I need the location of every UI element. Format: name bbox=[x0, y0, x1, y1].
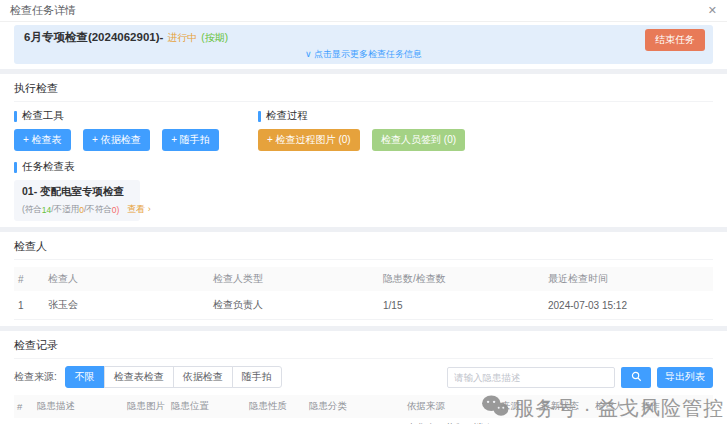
table-row: 1 张玉会 检查负责人 1/15 2024-07-03 15:12 bbox=[14, 291, 713, 320]
chevron-down-icon: ∨ bbox=[305, 49, 312, 59]
inspectors-header-row: # 检查人 检查人类型 隐患数/检查数 最近检查时间 bbox=[14, 267, 713, 291]
col-header-basis: 依据来源 bbox=[404, 395, 498, 418]
cell-index: 1 bbox=[14, 418, 34, 424]
stats-fail-count: 0) bbox=[112, 205, 120, 215]
cell-inspector: 张玉会 bbox=[592, 418, 638, 424]
col-header-photo: 隐患图片 bbox=[124, 395, 168, 418]
col-header-category: 隐患分类 bbox=[306, 395, 404, 418]
close-icon[interactable]: ✕ bbox=[708, 4, 717, 17]
records-section-title: 检查记录 bbox=[14, 335, 713, 359]
search-input[interactable] bbox=[447, 367, 615, 388]
task-schedule-badge: (按期) bbox=[201, 31, 228, 45]
page-title: 检查任务详情 bbox=[10, 3, 76, 18]
checklist-view-link[interactable]: 查看 › bbox=[127, 203, 151, 216]
col-header-source: 来源 bbox=[498, 395, 538, 418]
process-subheader: 检查过程 bbox=[258, 109, 473, 123]
col-header-status: 最新状态 bbox=[538, 395, 592, 418]
cell-actions: 查看 bbox=[638, 418, 713, 424]
accent-bar bbox=[14, 111, 17, 122]
inspectors-section: 检查人 # 检查人 检查人类型 隐患数/检查数 最近检查时间 1 张玉会 检查负… bbox=[0, 232, 727, 326]
add-checklist-button[interactable]: + 检查表 bbox=[14, 129, 71, 151]
filter-unlimited[interactable]: 不限 bbox=[65, 366, 105, 388]
source-filter-group: 不限 检查表检查 依据检查 随手拍 bbox=[65, 366, 282, 388]
col-header-actions: 操作 bbox=[638, 395, 713, 418]
cell-nature: 一般隐患 bbox=[246, 418, 306, 424]
filter-checklist-inspection[interactable]: 检查表检查 bbox=[104, 366, 174, 388]
inspectors-table: # 检查人 检查人类型 隐患数/检查数 最近检查时间 1 张玉会 检查负责人 1… bbox=[14, 267, 713, 320]
cell-category: 现场管理>消防安全 bbox=[306, 418, 404, 424]
process-subheader-label: 检查过程 bbox=[266, 109, 308, 123]
show-more-label: 点击显示更多检查任务信息 bbox=[314, 49, 422, 59]
stats-pass-count: 14 bbox=[42, 205, 51, 215]
export-list-button[interactable]: 导出列表 bbox=[657, 367, 713, 388]
col-header-index: # bbox=[14, 395, 34, 418]
task-banner-title-row: 6月专项检查(2024062901)- 进行中 (按期) bbox=[24, 30, 703, 45]
filter-quick-snap[interactable]: 随手拍 bbox=[232, 366, 282, 388]
cell-last-time: 2024-07-03 15:12 bbox=[544, 291, 713, 320]
banner-wrapper: 6月专项检查(2024062901)- 进行中 (按期) 结束任务 ∨ 点击显示… bbox=[0, 22, 727, 69]
accent-bar bbox=[14, 162, 17, 173]
tools-subheader: 检查工具 bbox=[14, 109, 258, 123]
stats-pass-label: (符合 bbox=[22, 204, 42, 216]
tools-buttons: + 检查表 + 依据检查 + 随手拍 bbox=[14, 129, 258, 151]
cell-location: 生产车间 bbox=[168, 418, 246, 424]
search-icon bbox=[631, 370, 642, 385]
checklist-card-title: 01- 变配电室专项检查 bbox=[22, 185, 132, 199]
inspector-signin-button[interactable]: 检查人员签到 (0) bbox=[372, 129, 465, 151]
cell-basis: 中华人民共和国消防法(2021修正) 第二十八条 bbox=[404, 418, 498, 424]
col-header-inspector: 检查人 bbox=[592, 395, 638, 418]
col-header-description: 隐患描述 bbox=[34, 395, 124, 418]
col-header-location: 隐患位置 bbox=[168, 395, 246, 418]
cell-hazard-count: 1/15 bbox=[379, 291, 544, 320]
records-table: # 隐患描述 隐患图片 隐患位置 隐患性质 隐患分类 依据来源 来源 最新状态 … bbox=[14, 395, 713, 424]
task-checklist-subheader-label: 任务检查表 bbox=[22, 160, 75, 174]
cell-inspector-type: 检查负责人 bbox=[209, 291, 379, 320]
task-status: 进行中 bbox=[167, 31, 197, 45]
records-section: 检查记录 检查来源: 不限 检查表检查 依据检查 随手拍 导出列表 # 隐患描述 bbox=[0, 331, 727, 424]
col-header-index: # bbox=[14, 267, 44, 291]
task-banner: 6月专项检查(2024062901)- 进行中 (按期) 结束任务 ∨ 点击显示… bbox=[14, 25, 713, 64]
cell-description: 安全出口被堵塞。 bbox=[34, 418, 124, 424]
col-header-last-time: 最近检查时间 bbox=[544, 267, 713, 291]
tools-subheader-label: 检查工具 bbox=[22, 109, 64, 123]
cell-photo bbox=[124, 418, 168, 424]
filter-basis-inspection[interactable]: 依据检查 bbox=[173, 366, 233, 388]
col-header-nature: 隐患性质 bbox=[246, 395, 306, 418]
task-checklist-subheader: 任务检查表 bbox=[14, 160, 713, 174]
col-header-inspector-type: 检查人类型 bbox=[209, 267, 379, 291]
stats-fail-label: /不符合 bbox=[84, 204, 112, 216]
show-more-link[interactable]: ∨ 点击显示更多检查任务信息 bbox=[24, 48, 703, 61]
filter-label: 检查来源: bbox=[14, 370, 57, 384]
process-photos-button[interactable]: + 检查过程图片 (0) bbox=[258, 129, 360, 151]
inspectors-section-title: 检查人 bbox=[14, 236, 713, 260]
table-row: 1 安全出口被堵塞。 生产车间 一般隐患 现场管理>消防安全 中华人民共和国消防… bbox=[14, 418, 713, 424]
col-header-inspector: 检查人 bbox=[44, 267, 209, 291]
inspection-process-column: 检查过程 + 检查过程图片 (0) 检查人员签到 (0) bbox=[258, 109, 473, 151]
checklist-card[interactable]: 01- 变配电室专项检查 (符合 14 /不适用 0 /不符合 0) 查看 › bbox=[14, 180, 140, 221]
task-name: 6月专项检查(2024062901)- bbox=[24, 30, 163, 45]
add-quick-snap-button[interactable]: + 随手拍 bbox=[162, 129, 219, 151]
stats-na-label: /不适用 bbox=[51, 204, 79, 216]
records-filter-row: 检查来源: 不限 检查表检查 依据检查 随手拍 导出列表 bbox=[14, 366, 713, 388]
inspection-tools-column: 检查工具 + 检查表 + 依据检查 + 随手拍 bbox=[14, 109, 258, 151]
records-header-row: # 隐患描述 隐患图片 隐患位置 隐患性质 隐患分类 依据来源 来源 最新状态 … bbox=[14, 395, 713, 418]
cell-source: 随手拍 bbox=[498, 418, 538, 424]
checklist-card-stats: (符合 14 /不适用 0 /不符合 0) 查看 › bbox=[22, 203, 132, 216]
execute-section-title: 执行检查 bbox=[14, 78, 713, 102]
search-button[interactable] bbox=[621, 367, 651, 388]
dialog-titlebar: 检查任务详情 ✕ bbox=[0, 0, 727, 22]
cell-status: 待制定措施 bbox=[538, 418, 592, 424]
execute-columns: 检查工具 + 检查表 + 依据检查 + 随手拍 检查过程 + 检查过程图片 (0… bbox=[14, 109, 713, 151]
col-header-hazard-count: 隐患数/检查数 bbox=[379, 267, 544, 291]
process-buttons: + 检查过程图片 (0) 检查人员签到 (0) bbox=[258, 129, 473, 151]
accent-bar bbox=[258, 111, 261, 122]
add-basis-inspection-button[interactable]: + 依据检查 bbox=[83, 129, 150, 151]
execute-inspection-section: 执行检查 检查工具 + 检查表 + 依据检查 + 随手拍 检查过程 + 检查过程… bbox=[0, 74, 727, 227]
cell-inspector: 张玉会 bbox=[44, 291, 209, 320]
cell-index: 1 bbox=[14, 291, 44, 320]
end-task-button[interactable]: 结束任务 bbox=[645, 29, 705, 51]
